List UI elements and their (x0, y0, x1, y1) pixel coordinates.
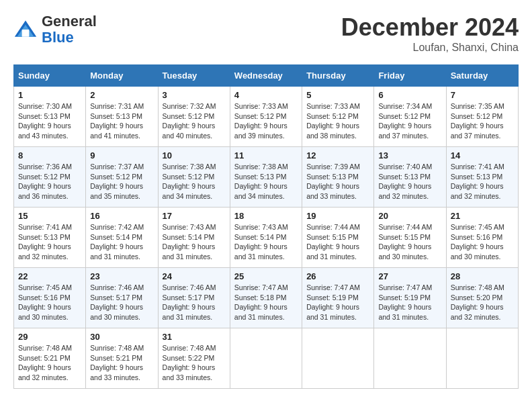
calendar-cell: 5 Sunrise: 7:33 AM Sunset: 5:12 PM Dayli… (302, 87, 374, 147)
calendar-cell: 18 Sunrise: 7:43 AM Sunset: 5:14 PM Dayl… (230, 208, 302, 268)
day-number: 16 (90, 211, 153, 221)
calendar-cell: 24 Sunrise: 7:46 AM Sunset: 5:17 PM Dayl… (158, 268, 230, 328)
day-number: 3 (163, 90, 226, 100)
day-number: 14 (451, 150, 514, 161)
day-number: 11 (234, 150, 298, 161)
calendar-cell (302, 328, 374, 389)
day-detail: Sunrise: 7:43 AM Sunset: 5:14 PM Dayligh… (163, 222, 226, 262)
day-detail: Sunrise: 7:41 AM Sunset: 5:13 PM Dayligh… (18, 222, 81, 262)
calendar-cell: 20 Sunrise: 7:44 AM Sunset: 5:15 PM Dayl… (374, 208, 446, 268)
day-number: 31 (163, 332, 226, 342)
day-detail: Sunrise: 7:35 AM Sunset: 5:12 PM Dayligh… (451, 101, 514, 141)
day-detail: Sunrise: 7:36 AM Sunset: 5:12 PM Dayligh… (18, 162, 81, 201)
weekday-header: Wednesday (230, 65, 302, 87)
calendar-cell: 26 Sunrise: 7:47 AM Sunset: 5:19 PM Dayl… (302, 268, 374, 328)
day-detail: Sunrise: 7:32 AM Sunset: 5:12 PM Dayligh… (163, 101, 226, 141)
day-number: 21 (451, 211, 514, 221)
day-detail: Sunrise: 7:47 AM Sunset: 5:19 PM Dayligh… (378, 283, 441, 322)
day-number: 23 (90, 271, 153, 281)
day-detail: Sunrise: 7:45 AM Sunset: 5:16 PM Dayligh… (18, 283, 81, 322)
day-number: 5 (306, 90, 369, 100)
day-detail: Sunrise: 7:47 AM Sunset: 5:19 PM Dayligh… (306, 283, 369, 322)
day-detail: Sunrise: 7:47 AM Sunset: 5:18 PM Dayligh… (234, 283, 298, 322)
day-number: 4 (234, 90, 298, 100)
day-detail: Sunrise: 7:31 AM Sunset: 5:13 PM Dayligh… (90, 101, 153, 141)
day-detail: Sunrise: 7:44 AM Sunset: 5:15 PM Dayligh… (378, 222, 441, 262)
logo-text: General Blue (42, 13, 97, 46)
weekday-header: Thursday (302, 65, 374, 87)
calendar-cell: 31 Sunrise: 7:48 AM Sunset: 5:22 PM Dayl… (158, 328, 230, 389)
calendar-cell: 6 Sunrise: 7:34 AM Sunset: 5:12 PM Dayli… (374, 87, 446, 147)
calendar-week-row: 8 Sunrise: 7:36 AM Sunset: 5:12 PM Dayli… (14, 147, 519, 208)
calendar-week-row: 29 Sunrise: 7:48 AM Sunset: 5:21 PM Dayl… (14, 328, 519, 389)
day-number: 24 (163, 271, 226, 281)
day-detail: Sunrise: 7:46 AM Sunset: 5:17 PM Dayligh… (90, 283, 153, 322)
calendar-cell: 21 Sunrise: 7:45 AM Sunset: 5:16 PM Dayl… (446, 208, 518, 268)
calendar-cell (374, 328, 446, 389)
day-number: 28 (451, 271, 514, 281)
day-number: 10 (163, 150, 226, 161)
calendar-cell: 12 Sunrise: 7:39 AM Sunset: 5:13 PM Dayl… (302, 147, 374, 208)
day-number: 13 (378, 150, 441, 161)
calendar-table: SundayMondayTuesdayWednesdayThursdayFrid… (13, 64, 519, 389)
day-detail: Sunrise: 7:33 AM Sunset: 5:12 PM Dayligh… (234, 101, 298, 141)
header: General Blue December 2024 Loufan, Shanx… (13, 13, 519, 54)
calendar-cell: 25 Sunrise: 7:47 AM Sunset: 5:18 PM Dayl… (230, 268, 302, 328)
location: Loufan, Shanxi, China (341, 42, 519, 54)
day-detail: Sunrise: 7:41 AM Sunset: 5:13 PM Dayligh… (451, 162, 514, 201)
day-number: 30 (90, 332, 153, 342)
calendar-cell: 8 Sunrise: 7:36 AM Sunset: 5:12 PM Dayli… (14, 147, 86, 208)
title-block: December 2024 Loufan, Shanxi, China (341, 13, 519, 54)
calendar-cell: 17 Sunrise: 7:43 AM Sunset: 5:14 PM Dayl… (158, 208, 230, 268)
weekday-header: Friday (374, 65, 446, 87)
calendar-week-row: 1 Sunrise: 7:30 AM Sunset: 5:13 PM Dayli… (14, 87, 519, 147)
calendar-cell: 1 Sunrise: 7:30 AM Sunset: 5:13 PM Dayli… (14, 87, 86, 147)
day-number: 1 (18, 90, 81, 100)
calendar-cell: 30 Sunrise: 7:48 AM Sunset: 5:21 PM Dayl… (86, 328, 158, 389)
calendar-cell: 4 Sunrise: 7:33 AM Sunset: 5:12 PM Dayli… (230, 87, 302, 147)
calendar-cell: 13 Sunrise: 7:40 AM Sunset: 5:13 PM Dayl… (374, 147, 446, 208)
day-detail: Sunrise: 7:39 AM Sunset: 5:13 PM Dayligh… (306, 162, 369, 201)
day-detail: Sunrise: 7:38 AM Sunset: 5:12 PM Dayligh… (163, 162, 226, 201)
day-number: 9 (90, 150, 153, 161)
day-detail: Sunrise: 7:30 AM Sunset: 5:13 PM Dayligh… (18, 101, 81, 141)
calendar-cell: 28 Sunrise: 7:48 AM Sunset: 5:20 PM Dayl… (446, 268, 518, 328)
calendar-cell: 27 Sunrise: 7:47 AM Sunset: 5:19 PM Dayl… (374, 268, 446, 328)
calendar-cell: 23 Sunrise: 7:46 AM Sunset: 5:17 PM Dayl… (86, 268, 158, 328)
weekday-header: Tuesday (158, 65, 230, 87)
calendar-cell: 7 Sunrise: 7:35 AM Sunset: 5:12 PM Dayli… (446, 87, 518, 147)
calendar-cell: 29 Sunrise: 7:48 AM Sunset: 5:21 PM Dayl… (14, 328, 86, 389)
day-detail: Sunrise: 7:48 AM Sunset: 5:20 PM Dayligh… (451, 283, 514, 322)
day-detail: Sunrise: 7:48 AM Sunset: 5:21 PM Dayligh… (90, 343, 153, 383)
logo-blue: Blue (42, 29, 74, 46)
calendar-cell: 14 Sunrise: 7:41 AM Sunset: 5:13 PM Dayl… (446, 147, 518, 208)
day-number: 20 (378, 211, 441, 221)
month-title: December 2024 (341, 13, 519, 42)
calendar-cell: 9 Sunrise: 7:37 AM Sunset: 5:12 PM Dayli… (86, 147, 158, 208)
day-detail: Sunrise: 7:40 AM Sunset: 5:13 PM Dayligh… (378, 162, 441, 201)
day-detail: Sunrise: 7:42 AM Sunset: 5:14 PM Dayligh… (90, 222, 153, 262)
day-number: 6 (378, 90, 441, 100)
calendar-cell: 11 Sunrise: 7:38 AM Sunset: 5:13 PM Dayl… (230, 147, 302, 208)
logo: General Blue (13, 13, 97, 46)
calendar-cell: 16 Sunrise: 7:42 AM Sunset: 5:14 PM Dayl… (86, 208, 158, 268)
day-number: 22 (18, 271, 81, 281)
day-number: 19 (306, 211, 369, 221)
calendar-cell: 2 Sunrise: 7:31 AM Sunset: 5:13 PM Dayli… (86, 87, 158, 147)
weekday-header: Monday (86, 65, 158, 87)
day-detail: Sunrise: 7:33 AM Sunset: 5:12 PM Dayligh… (306, 101, 369, 141)
weekday-header-row: SundayMondayTuesdayWednesdayThursdayFrid… (14, 65, 519, 87)
day-number: 2 (90, 90, 153, 100)
calendar-cell: 3 Sunrise: 7:32 AM Sunset: 5:12 PM Dayli… (158, 87, 230, 147)
weekday-header: Saturday (446, 65, 518, 87)
day-number: 27 (378, 271, 441, 281)
calendar-cell (230, 328, 302, 389)
day-number: 26 (306, 271, 369, 281)
day-detail: Sunrise: 7:34 AM Sunset: 5:12 PM Dayligh… (378, 101, 441, 141)
calendar-cell: 10 Sunrise: 7:38 AM Sunset: 5:12 PM Dayl… (158, 147, 230, 208)
day-detail: Sunrise: 7:44 AM Sunset: 5:15 PM Dayligh… (306, 222, 369, 262)
weekday-header: Sunday (14, 65, 86, 87)
calendar-cell: 15 Sunrise: 7:41 AM Sunset: 5:13 PM Dayl… (14, 208, 86, 268)
calendar-week-row: 22 Sunrise: 7:45 AM Sunset: 5:16 PM Dayl… (14, 268, 519, 328)
calendar-cell: 19 Sunrise: 7:44 AM Sunset: 5:15 PM Dayl… (302, 208, 374, 268)
